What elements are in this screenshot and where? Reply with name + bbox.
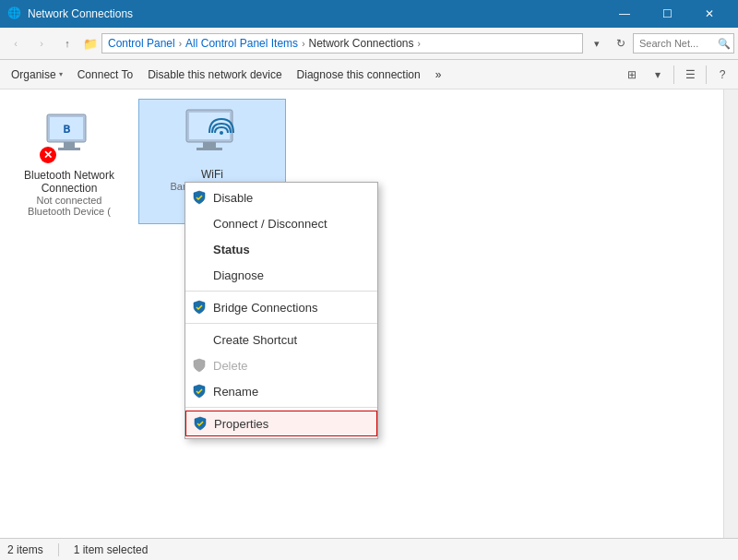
bluetooth-network-item[interactable]: ʙ ✕ Bluetooth Network Connection Not con… — [9, 99, 129, 224]
ctx-connect-label: Connect / Disconnect — [213, 217, 327, 231]
ctx-properties[interactable]: Properties — [185, 411, 377, 436]
ctx-properties-label: Properties — [214, 417, 268, 431]
status-bar: 2 items 1 item selected — [0, 538, 738, 560]
diagnose-button[interactable]: Diagnose this connection — [290, 62, 428, 88]
bluetooth-network-name: Bluetooth Network Connection — [17, 169, 122, 195]
organise-chevron: ▾ — [59, 70, 63, 78]
toolbar: Organise ▾ Connect To Disable this netwo… — [0, 60, 738, 89]
ctx-diagnose[interactable]: Diagnose — [185, 262, 377, 288]
breadcrumb-all-items[interactable]: All Control Panel Items — [185, 37, 298, 50]
bluetooth-icon-wrap: ʙ ✕ — [40, 106, 99, 165]
ctx-connect[interactable]: Connect / Disconnect — [185, 210, 377, 236]
ctx-bridge[interactable]: Bridge Connections — [185, 294, 377, 320]
back-button[interactable]: ‹ — [4, 31, 28, 55]
address-bar: ‹ › ↑ 📁 Control Panel › All Control Pane… — [0, 28, 738, 60]
wifi-icon-wrap — [175, 105, 249, 164]
bluetooth-status: Not connected — [37, 195, 102, 206]
svg-rect-2 — [64, 142, 75, 148]
search-wrap: 🔍 — [633, 33, 734, 54]
minimize-button[interactable]: — — [603, 0, 646, 28]
shield-icon-rename — [191, 383, 208, 399]
error-badge: ✕ — [40, 147, 56, 163]
ctx-rename-label: Rename — [213, 385, 258, 399]
wifi-name: WiFi — [201, 168, 223, 181]
close-button[interactable]: ✕ — [688, 0, 731, 28]
context-menu: Disable Connect / Disconnect Status Diag… — [184, 182, 378, 439]
svg-rect-9 — [196, 148, 222, 150]
breadcrumb-network-connections: Network Connections — [308, 37, 413, 50]
help-button[interactable]: ? — [710, 63, 734, 87]
scrollbar[interactable] — [723, 89, 738, 538]
ctx-delete[interactable]: Delete — [185, 352, 377, 378]
wifi-svg — [175, 105, 249, 161]
refresh-button[interactable]: ↻ — [611, 33, 631, 54]
bluetooth-type: Bluetooth Device ( — [28, 206, 111, 217]
ctx-sep-3 — [185, 407, 377, 408]
connect-to-button[interactable]: Connect To — [70, 62, 141, 88]
more-button[interactable]: » — [428, 62, 449, 88]
toolbar-separator-2 — [706, 66, 707, 84]
breadcrumb-control-panel[interactable]: Control Panel — [108, 37, 175, 50]
view-options-button[interactable]: ⊞ — [620, 63, 644, 87]
search-icon: 🔍 — [718, 38, 731, 50]
ctx-disable[interactable]: Disable — [185, 185, 377, 210]
up-button[interactable]: ↑ — [55, 31, 79, 55]
selected-count: 1 item selected — [74, 543, 149, 556]
title-bar: 🌐 Network Connections — ☐ ✕ — [0, 0, 738, 28]
ctx-disable-label: Disable — [213, 191, 253, 205]
ctx-sep-2 — [185, 323, 377, 324]
window-title: Network Connections — [28, 7, 603, 20]
window-icon: 🌐 — [7, 6, 22, 21]
organise-button[interactable]: Organise ▾ — [4, 62, 70, 88]
svg-rect-6 — [189, 113, 230, 139]
ctx-rename[interactable]: Rename — [185, 378, 377, 404]
svg-rect-3 — [58, 148, 80, 150]
svg-text:ʙ: ʙ — [63, 121, 70, 136]
window-controls: — ☐ ✕ — [603, 0, 731, 28]
disable-device-button[interactable]: Disable this network device — [140, 62, 289, 88]
dropdown-button[interactable]: ▾ — [585, 31, 609, 55]
status-separator — [58, 543, 59, 556]
ctx-delete-label: Delete — [213, 359, 248, 373]
ctx-shortcut[interactable]: Create Shortcut — [185, 327, 377, 352]
ctx-bridge-label: Bridge Connections — [213, 301, 317, 315]
ctx-sep-1 — [185, 291, 377, 292]
shield-icon-delete — [191, 357, 208, 374]
ctx-status[interactable]: Status — [185, 236, 377, 262]
item-count: 2 items — [7, 543, 43, 556]
svg-rect-8 — [203, 142, 216, 148]
maximize-button[interactable]: ☐ — [646, 0, 688, 28]
shield-icon-disable — [191, 189, 208, 206]
breadcrumb[interactable]: Control Panel › All Control Panel Items … — [101, 33, 583, 54]
change-view-button[interactable]: ☰ — [678, 63, 702, 87]
main-content: ʙ ✕ Bluetooth Network Connection Not con… — [0, 89, 738, 538]
folder-icon: 📁 — [83, 37, 98, 51]
shield-icon-bridge — [191, 299, 208, 316]
svg-point-7 — [220, 131, 223, 135]
forward-button[interactable]: › — [30, 31, 54, 55]
toolbar-separator — [673, 66, 674, 84]
ctx-diagnose-label: Diagnose — [213, 268, 264, 282]
shield-icon-properties — [192, 415, 208, 432]
ctx-status-label: Status — [213, 243, 250, 256]
view-dropdown-button[interactable]: ▾ — [646, 63, 670, 87]
ctx-shortcut-label: Create Shortcut — [213, 333, 297, 347]
